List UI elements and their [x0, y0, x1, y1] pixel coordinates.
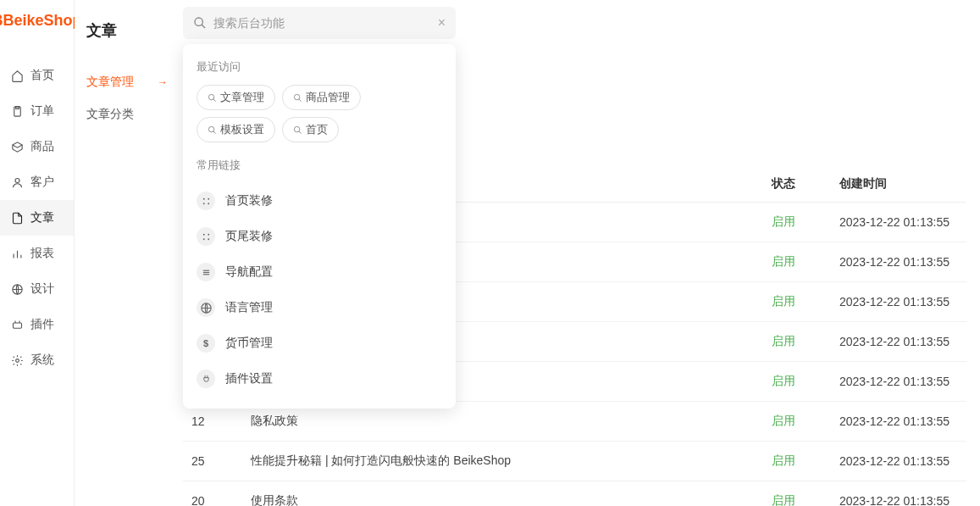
svg-point-27 — [208, 238, 209, 240]
user-icon — [10, 175, 24, 189]
search-bar[interactable]: × — [183, 7, 456, 39]
common-link-4[interactable]: $货币管理 — [197, 325, 442, 361]
secondary-nav-list: 文章管理→文章分类 — [86, 66, 176, 131]
status-badge: 启用 — [772, 254, 795, 268]
svg-rect-0 — [14, 106, 20, 115]
nav-item-gear[interactable]: 系统 — [0, 342, 74, 378]
search-icon — [208, 125, 217, 135]
svg-point-14 — [294, 94, 299, 99]
cell-created: 2023-12-22 01:13:55 — [831, 442, 966, 481]
svg-point-16 — [208, 126, 213, 131]
app-root: BBeikeShop 首页订单商品客户文章报表设计插件系统 文章 文章管理→文章… — [0, 0, 980, 506]
status-badge: 启用 — [772, 493, 795, 506]
nav-item-label: 首页 — [30, 68, 54, 83]
svg-point-24 — [202, 233, 204, 235]
table-row[interactable]: 20使用条款启用2023-12-22 01:13:55 — [183, 481, 966, 507]
sec-item-label: 文章分类 — [86, 107, 134, 122]
common-link-0[interactable]: 首页装修 — [197, 183, 442, 219]
cell-created: 2023-12-22 01:13:55 — [831, 242, 966, 282]
sec-item-1[interactable]: 文章分类 — [86, 98, 176, 131]
cell-created: 2023-12-22 01:13:55 — [831, 322, 966, 362]
nav-item-label: 系统 — [30, 353, 54, 368]
nav-item-label: 插件 — [30, 317, 54, 332]
search-input[interactable] — [213, 16, 438, 30]
logo[interactable]: BBeikeShop — [0, 0, 74, 41]
sidebar-secondary: 文章 文章管理→文章分类 — [75, 0, 176, 506]
dots-icon — [197, 227, 215, 246]
nav-item-box[interactable]: 商品 — [0, 129, 74, 164]
svg-point-1 — [15, 178, 19, 182]
status-badge: 启用 — [772, 334, 795, 348]
cell-created: 2023-12-22 01:13:55 — [831, 282, 966, 322]
svg-point-18 — [294, 126, 299, 131]
svg-point-12 — [208, 94, 213, 99]
link-label: 首页装修 — [225, 193, 273, 209]
th-status[interactable]: 状态 — [763, 166, 831, 203]
status-badge: 启用 — [772, 294, 795, 308]
table-row[interactable]: 25性能提升秘籍 | 如何打造闪电般快速的 BeikeShop启用2023-12… — [183, 442, 966, 481]
svg-point-21 — [208, 197, 209, 199]
svg-line-15 — [299, 98, 302, 101]
svg-point-26 — [202, 238, 204, 240]
main-content: × 最近访问 文章管理商品管理模板设置首页 常用链接 首页装修页尾装修导航配置语… — [176, 0, 980, 506]
globe-icon — [10, 282, 24, 296]
sec-item-0[interactable]: 文章管理→ — [86, 66, 176, 98]
recent-section-label: 最近访问 — [197, 59, 442, 75]
status-badge: 启用 — [772, 374, 795, 387]
chevron-right-icon: → — [158, 76, 168, 88]
primary-nav-list: 首页订单商品客户文章报表设计插件系统 — [0, 41, 74, 378]
close-icon[interactable]: × — [438, 15, 446, 31]
nav-item-label: 设计 — [30, 281, 54, 297]
search-dropdown-panel: 最近访问 文章管理商品管理模板设置首页 常用链接 首页装修页尾装修导航配置语言管… — [183, 44, 456, 409]
nav-item-file[interactable]: 文章 — [0, 200, 74, 236]
svg-point-23 — [208, 203, 209, 204]
common-link-1[interactable]: 页尾装修 — [197, 219, 442, 254]
dots-icon — [197, 192, 215, 210]
link-label: 插件设置 — [225, 371, 273, 386]
cell-title: 使用条款 — [242, 481, 763, 507]
recent-chip-0[interactable]: 文章管理 — [197, 85, 275, 110]
cell-id: 20 — [183, 481, 242, 507]
th-created[interactable]: 创建时间 — [831, 166, 966, 203]
plug-icon — [197, 370, 215, 388]
nav-item-label: 文章 — [30, 210, 54, 225]
status-badge: 启用 — [772, 453, 795, 467]
nav-item-user[interactable]: 客户 — [0, 164, 74, 200]
recent-chip-3[interactable]: 首页 — [282, 117, 339, 142]
recent-chip-1[interactable]: 商品管理 — [282, 85, 361, 110]
chart-icon — [10, 247, 24, 260]
nav-item-chart[interactable]: 报表 — [0, 236, 74, 271]
logo-text: BeikeShop — [3, 12, 81, 29]
svg-line-13 — [213, 98, 216, 101]
common-link-2[interactable]: 导航配置 — [197, 254, 442, 290]
nav-item-home[interactable]: 首页 — [0, 58, 74, 93]
svg-line-11 — [202, 25, 205, 28]
nav-item-clipboard[interactable]: 订单 — [0, 93, 74, 129]
globe-icon — [197, 298, 215, 317]
nav-item-label: 订单 — [30, 103, 54, 119]
search-icon — [293, 125, 302, 135]
chip-label: 文章管理 — [220, 90, 264, 105]
search-icon — [193, 16, 207, 30]
link-label: 页尾装修 — [225, 229, 273, 244]
status-badge: 启用 — [772, 214, 795, 228]
common-link-3[interactable]: 语言管理 — [197, 290, 442, 325]
common-link-5[interactable]: 插件设置 — [197, 361, 442, 397]
chip-label: 商品管理 — [306, 90, 350, 105]
nav-item-label: 商品 — [30, 139, 54, 154]
nav-item-label: 报表 — [30, 246, 54, 261]
cell-title: 性能提升秘籍 | 如何打造闪电般快速的 BeikeShop — [242, 442, 763, 481]
chip-label: 模板设置 — [220, 122, 264, 137]
recent-chip-2[interactable]: 模板设置 — [197, 117, 275, 142]
sec-item-label: 文章管理 — [86, 75, 134, 90]
svg-point-20 — [202, 197, 204, 199]
link-label: 导航配置 — [225, 264, 273, 280]
dollar-icon: $ — [197, 334, 215, 353]
cell-created: 2023-12-22 01:13:55 — [831, 402, 966, 442]
chip-label: 首页 — [306, 122, 328, 137]
nav-item-plugin[interactable]: 插件 — [0, 307, 74, 342]
svg-point-22 — [202, 203, 204, 204]
search-icon — [293, 93, 302, 103]
cell-created: 2023-12-22 01:13:55 — [831, 203, 966, 242]
nav-item-globe[interactable]: 设计 — [0, 271, 74, 307]
